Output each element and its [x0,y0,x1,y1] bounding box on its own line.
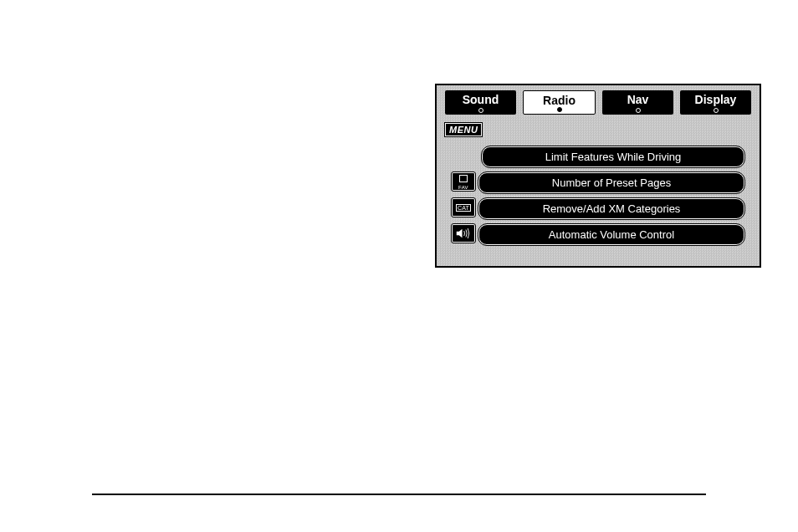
option-row-limit-features: Limit Features While Driving [452,146,744,167]
auto-volume-button[interactable]: Automatic Volume Control [478,224,744,245]
tab-label: Sound [463,93,499,106]
tab-indicator-icon [557,107,562,112]
tab-display[interactable]: Display [680,90,751,115]
menu-badge: MENU [445,123,482,136]
tab-indicator-icon [478,108,483,113]
option-row-auto-volume: Automatic Volume Control [452,224,744,245]
tab-nav[interactable]: Nav [602,90,673,115]
preset-pages-button[interactable]: Number of Preset Pages [478,172,744,193]
option-row-xm-categories: CAT Remove/Add XM Categories [452,198,744,219]
speaker-icon [452,224,475,243]
svg-marker-0 [457,229,463,238]
tab-sound[interactable]: Sound [445,90,516,115]
tab-indicator-icon [714,108,719,113]
xm-categories-button[interactable]: Remove/Add XM Categories [478,198,744,219]
footer-divider [92,494,706,495]
tab-radio[interactable]: Radio [523,90,596,115]
limit-features-button[interactable]: Limit Features While Driving [482,146,744,167]
fav-icon: FAV [452,172,475,191]
tab-row: Sound Radio Nav Display [442,90,755,115]
cat-icon: CAT [452,198,475,217]
option-row-preset-pages: FAV Number of Preset Pages [452,172,744,193]
radio-menu-screen: Sound Radio Nav Display MENU Limit Featu… [435,84,761,268]
tab-label: Display [695,93,737,106]
tab-label: Radio [543,94,575,107]
option-icon-spacer [452,146,478,167]
tab-label: Nav [627,93,649,106]
tab-indicator-icon [636,108,641,113]
